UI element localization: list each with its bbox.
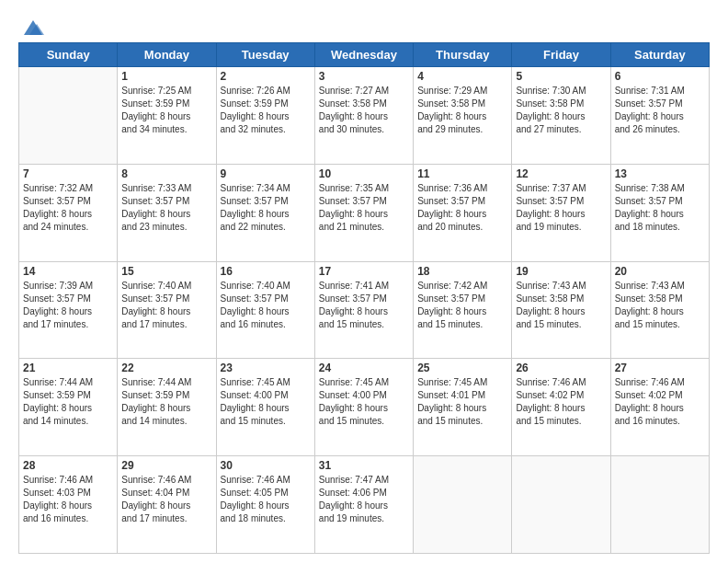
- calendar-cell: 31Sunrise: 7:47 AM Sunset: 4:06 PM Dayli…: [314, 456, 413, 554]
- calendar-cell: [610, 456, 709, 554]
- day-number: 19: [516, 265, 606, 278]
- calendar-cell: 27Sunrise: 7:46 AM Sunset: 4:02 PM Dayli…: [610, 359, 709, 456]
- day-number: 18: [417, 265, 507, 278]
- week-row-4: 21Sunrise: 7:44 AM Sunset: 3:59 PM Dayli…: [19, 359, 710, 456]
- calendar-cell: 30Sunrise: 7:46 AM Sunset: 4:05 PM Dayli…: [216, 456, 314, 554]
- day-info: Sunrise: 7:40 AM Sunset: 3:57 PM Dayligh…: [121, 280, 211, 331]
- day-header-wednesday: Wednesday: [314, 43, 413, 67]
- calendar-cell: 29Sunrise: 7:46 AM Sunset: 4:04 PM Dayli…: [118, 456, 216, 554]
- logo: [18, 15, 46, 37]
- calendar-cell: 13Sunrise: 7:38 AM Sunset: 3:57 PM Dayli…: [610, 164, 709, 261]
- day-info: Sunrise: 7:30 AM Sunset: 3:58 PM Dayligh…: [516, 85, 606, 136]
- calendar-cell: 17Sunrise: 7:41 AM Sunset: 3:57 PM Dayli…: [314, 261, 413, 359]
- day-number: 15: [121, 265, 211, 278]
- day-info: Sunrise: 7:47 AM Sunset: 4:06 PM Dayligh…: [319, 474, 409, 525]
- day-info: Sunrise: 7:26 AM Sunset: 3:59 PM Dayligh…: [221, 85, 311, 136]
- calendar-cell: [19, 67, 118, 165]
- calendar-cell: 18Sunrise: 7:42 AM Sunset: 3:57 PM Dayli…: [414, 261, 512, 359]
- day-number: 12: [516, 167, 606, 180]
- calendar-cell: [512, 456, 610, 554]
- day-header-sunday: Sunday: [19, 43, 118, 67]
- day-info: Sunrise: 7:46 AM Sunset: 4:03 PM Dayligh…: [23, 474, 113, 525]
- calendar-cell: 6Sunrise: 7:31 AM Sunset: 3:57 PM Daylig…: [610, 67, 709, 165]
- day-info: Sunrise: 7:40 AM Sunset: 3:57 PM Dayligh…: [221, 280, 311, 331]
- day-number: 26: [516, 362, 606, 374]
- calendar-cell: 23Sunrise: 7:45 AM Sunset: 4:00 PM Dayli…: [216, 359, 314, 456]
- day-number: 1: [121, 70, 211, 83]
- day-info: Sunrise: 7:42 AM Sunset: 3:57 PM Dayligh…: [417, 280, 507, 331]
- day-info: Sunrise: 7:34 AM Sunset: 3:57 PM Dayligh…: [221, 182, 311, 234]
- calendar-cell: 5Sunrise: 7:30 AM Sunset: 3:58 PM Daylig…: [512, 67, 610, 165]
- week-row-3: 14Sunrise: 7:39 AM Sunset: 3:57 PM Dayli…: [19, 261, 710, 359]
- day-header-friday: Friday: [512, 43, 610, 67]
- calendar-cell: 10Sunrise: 7:35 AM Sunset: 3:57 PM Dayli…: [314, 164, 413, 261]
- day-number: 6: [615, 70, 705, 83]
- day-info: Sunrise: 7:31 AM Sunset: 3:57 PM Dayligh…: [615, 85, 705, 136]
- day-info: Sunrise: 7:25 AM Sunset: 3:59 PM Dayligh…: [121, 85, 211, 136]
- day-number: 4: [417, 70, 507, 83]
- calendar-cell: 9Sunrise: 7:34 AM Sunset: 3:57 PM Daylig…: [216, 164, 314, 261]
- calendar-cell: 25Sunrise: 7:45 AM Sunset: 4:01 PM Dayli…: [414, 359, 512, 456]
- day-header-tuesday: Tuesday: [216, 43, 314, 67]
- day-number: 10: [319, 167, 409, 180]
- day-number: 22: [121, 362, 211, 374]
- day-header-monday: Monday: [118, 43, 216, 67]
- calendar-cell: 15Sunrise: 7:40 AM Sunset: 3:57 PM Dayli…: [118, 261, 216, 359]
- day-number: 11: [417, 167, 507, 180]
- day-number: 2: [221, 70, 311, 83]
- day-number: 31: [319, 459, 409, 472]
- day-number: 5: [516, 70, 606, 83]
- day-number: 20: [615, 265, 705, 278]
- calendar-cell: 16Sunrise: 7:40 AM Sunset: 3:57 PM Dayli…: [216, 261, 314, 359]
- calendar-cell: 19Sunrise: 7:43 AM Sunset: 3:58 PM Dayli…: [512, 261, 610, 359]
- day-number: 24: [319, 362, 409, 374]
- day-info: Sunrise: 7:41 AM Sunset: 3:57 PM Dayligh…: [319, 280, 409, 331]
- day-info: Sunrise: 7:29 AM Sunset: 3:58 PM Dayligh…: [417, 85, 507, 136]
- day-number: 27: [615, 362, 705, 374]
- day-info: Sunrise: 7:44 AM Sunset: 3:59 PM Dayligh…: [121, 376, 211, 428]
- calendar-cell: 20Sunrise: 7:43 AM Sunset: 3:58 PM Dayli…: [610, 261, 709, 359]
- calendar-cell: 1Sunrise: 7:25 AM Sunset: 3:59 PM Daylig…: [118, 67, 216, 165]
- day-number: 7: [23, 167, 113, 180]
- day-number: 29: [121, 459, 211, 472]
- day-info: Sunrise: 7:27 AM Sunset: 3:58 PM Dayligh…: [319, 85, 409, 136]
- days-header-row: SundayMondayTuesdayWednesdayThursdayFrid…: [19, 43, 710, 67]
- day-number: 23: [221, 362, 311, 374]
- day-number: 21: [23, 362, 113, 374]
- calendar-cell: 3Sunrise: 7:27 AM Sunset: 3:58 PM Daylig…: [314, 67, 413, 165]
- day-info: Sunrise: 7:33 AM Sunset: 3:57 PM Dayligh…: [121, 182, 211, 234]
- calendar-cell: 28Sunrise: 7:46 AM Sunset: 4:03 PM Dayli…: [19, 456, 118, 554]
- day-info: Sunrise: 7:32 AM Sunset: 3:57 PM Dayligh…: [23, 182, 113, 234]
- day-info: Sunrise: 7:45 AM Sunset: 4:00 PM Dayligh…: [221, 376, 311, 428]
- day-header-saturday: Saturday: [610, 43, 709, 67]
- day-info: Sunrise: 7:45 AM Sunset: 4:00 PM Dayligh…: [319, 376, 409, 428]
- day-number: 30: [221, 459, 311, 472]
- calendar-cell: 12Sunrise: 7:37 AM Sunset: 3:57 PM Dayli…: [512, 164, 610, 261]
- day-info: Sunrise: 7:46 AM Sunset: 4:02 PM Dayligh…: [615, 376, 705, 428]
- calendar-cell: 4Sunrise: 7:29 AM Sunset: 3:58 PM Daylig…: [414, 67, 512, 165]
- day-info: Sunrise: 7:38 AM Sunset: 3:57 PM Dayligh…: [615, 182, 705, 234]
- week-row-1: 1Sunrise: 7:25 AM Sunset: 3:59 PM Daylig…: [19, 67, 710, 165]
- day-info: Sunrise: 7:46 AM Sunset: 4:04 PM Dayligh…: [121, 474, 211, 525]
- day-number: 16: [221, 265, 311, 278]
- calendar-cell: 26Sunrise: 7:46 AM Sunset: 4:02 PM Dayli…: [512, 359, 610, 456]
- day-number: 28: [23, 459, 113, 472]
- day-info: Sunrise: 7:39 AM Sunset: 3:57 PM Dayligh…: [23, 280, 113, 331]
- day-number: 3: [319, 70, 409, 83]
- day-info: Sunrise: 7:43 AM Sunset: 3:58 PM Dayligh…: [615, 280, 705, 331]
- day-info: Sunrise: 7:35 AM Sunset: 3:57 PM Dayligh…: [319, 182, 409, 234]
- calendar-cell: 2Sunrise: 7:26 AM Sunset: 3:59 PM Daylig…: [216, 67, 314, 165]
- day-info: Sunrise: 7:45 AM Sunset: 4:01 PM Dayligh…: [417, 376, 507, 428]
- calendar-cell: 24Sunrise: 7:45 AM Sunset: 4:00 PM Dayli…: [314, 359, 413, 456]
- week-row-5: 28Sunrise: 7:46 AM Sunset: 4:03 PM Dayli…: [19, 456, 710, 554]
- day-info: Sunrise: 7:44 AM Sunset: 3:59 PM Dayligh…: [23, 376, 113, 428]
- page-container: SundayMondayTuesdayWednesdayThursdayFrid…: [0, 0, 728, 563]
- logo-icon: [20, 15, 46, 40]
- day-info: Sunrise: 7:43 AM Sunset: 3:58 PM Dayligh…: [516, 280, 606, 331]
- calendar-cell: 8Sunrise: 7:33 AM Sunset: 3:57 PM Daylig…: [118, 164, 216, 261]
- day-number: 14: [23, 265, 113, 278]
- day-info: Sunrise: 7:37 AM Sunset: 3:57 PM Dayligh…: [516, 182, 606, 234]
- week-row-2: 7Sunrise: 7:32 AM Sunset: 3:57 PM Daylig…: [19, 164, 710, 261]
- calendar-cell: 7Sunrise: 7:32 AM Sunset: 3:57 PM Daylig…: [19, 164, 118, 261]
- calendar-cell: 21Sunrise: 7:44 AM Sunset: 3:59 PM Dayli…: [19, 359, 118, 456]
